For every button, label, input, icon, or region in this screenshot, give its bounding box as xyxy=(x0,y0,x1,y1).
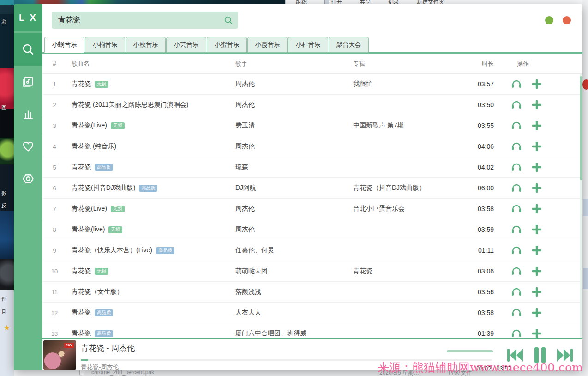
headphone-icon xyxy=(511,224,522,235)
row-index: 8 xyxy=(42,226,66,233)
listen-button[interactable] xyxy=(510,120,522,132)
song-name: 青花瓷(抖音DJ戏曲版) xyxy=(72,184,135,192)
table-row[interactable]: 4 青花瓷 (纯音乐) 周杰伦 04:06 xyxy=(42,136,582,157)
song-name-cell: 青花瓷(Live) 无损 xyxy=(66,205,235,213)
listen-button[interactable] xyxy=(510,327,522,338)
listen-button[interactable] xyxy=(510,307,522,319)
header-actions: 操作 xyxy=(498,60,582,68)
listen-button[interactable] xyxy=(510,99,522,111)
table-row[interactable]: 13 青花瓷 高品质 厦门六中合唱团、班得威 01:39 xyxy=(42,323,582,338)
song-name: 青花瓷（女生版） xyxy=(72,288,123,296)
table-row[interactable]: 6 青花瓷(抖音DJ戏曲版) 高品质 DJ阿航 青花瓷（抖音DJ戏曲版） 06:… xyxy=(42,178,582,199)
headphone-icon xyxy=(511,141,522,152)
add-button[interactable] xyxy=(531,78,543,90)
add-button[interactable] xyxy=(531,224,543,236)
add-button[interactable] xyxy=(531,182,543,194)
app-logo: L X xyxy=(14,4,42,31)
row-index: 4 xyxy=(42,143,66,150)
song-table-body: 1 青花瓷 无损 周杰伦 我很忙 03:57 2 xyxy=(42,74,582,338)
table-row[interactable]: 11 青花瓷（女生版） 落颜浅浅 03:56 xyxy=(42,282,582,303)
singer-cell: 琉森 xyxy=(235,163,353,171)
tab-3[interactable]: 小秋音乐 xyxy=(126,37,166,53)
now-playing-title: 青花瓷 - 周杰伦 xyxy=(81,343,135,353)
scrollbar-track[interactable] xyxy=(580,74,582,338)
album-cell: 我很忙 xyxy=(353,80,468,88)
song-name: 青花瓷 xyxy=(72,163,91,171)
listen-button[interactable] xyxy=(510,203,522,215)
sidebar-item-settings[interactable] xyxy=(14,163,42,195)
header-album: 专辑 xyxy=(353,60,468,68)
table-row[interactable]: 1 青花瓷 无损 周杰伦 我很忙 03:57 xyxy=(42,74,582,95)
add-button[interactable] xyxy=(531,327,543,338)
table-row[interactable]: 5 青花瓷 高品质 琉森 04:02 xyxy=(42,157,582,178)
headphone-icon xyxy=(511,120,522,131)
search-submit-icon[interactable] xyxy=(223,15,234,25)
tab-1[interactable]: 小蜗音乐 xyxy=(44,37,84,53)
add-button[interactable] xyxy=(531,286,543,298)
listen-button[interactable] xyxy=(510,78,522,90)
search-input[interactable] xyxy=(52,12,238,29)
add-button[interactable] xyxy=(531,140,543,152)
table-row[interactable]: 7 青花瓷(Live) 无损 周杰伦 台北小巨蛋音乐会 03:58 xyxy=(42,199,582,219)
headphone-icon xyxy=(511,245,522,256)
headphone-icon xyxy=(511,307,522,318)
plus-icon xyxy=(531,99,542,110)
headphone-icon xyxy=(511,99,522,110)
lx-music-window: L X xyxy=(14,4,582,370)
desktop-icon-block xyxy=(0,259,14,290)
song-name: 青花瓷(Live) xyxy=(72,205,107,213)
duration-cell: 04:02 xyxy=(468,164,498,171)
add-button[interactable] xyxy=(531,161,543,173)
add-button[interactable] xyxy=(531,203,543,215)
listen-button[interactable] xyxy=(510,161,522,173)
add-button[interactable] xyxy=(531,120,543,132)
album-art[interactable]: JAY xyxy=(43,340,76,370)
row-index: 9 xyxy=(42,247,66,254)
listen-button[interactable] xyxy=(510,224,522,236)
tab-8[interactable]: 聚合大会 xyxy=(329,37,369,53)
table-row[interactable]: 8 青花瓷(live) 无损 周杰伦 03:59 xyxy=(42,219,582,240)
sidebar-item-my-music[interactable] xyxy=(14,66,42,98)
tab-2[interactable]: 小枸音乐 xyxy=(85,37,125,53)
sidebar-item-favorites[interactable] xyxy=(14,130,42,163)
quality-badge: 无损 xyxy=(111,122,125,129)
table-row[interactable]: 12 青花瓷 高品质 人衣大人 03:58 xyxy=(42,303,582,323)
scrollbar-thumb[interactable] xyxy=(580,76,582,180)
close-button[interactable] xyxy=(563,16,571,24)
table-row[interactable]: 2 青花瓷 (2011美丽之路陈思思澳门演唱会) 周杰伦 03:50 xyxy=(42,95,582,115)
sidebar-item-search[interactable] xyxy=(14,33,42,66)
desktop-right-strip xyxy=(582,0,588,376)
listen-button[interactable] xyxy=(510,140,522,152)
minimize-button[interactable] xyxy=(545,16,553,24)
singer-cell: 周杰伦 xyxy=(235,205,353,213)
row-actions xyxy=(498,99,582,111)
plus-icon xyxy=(531,120,542,131)
listen-button[interactable] xyxy=(510,286,522,298)
singer-cell: 人衣大人 xyxy=(235,309,353,317)
add-button[interactable] xyxy=(531,265,543,277)
add-button[interactable] xyxy=(531,307,543,319)
now-playing-subtitle: 青花瓷-周杰伦 xyxy=(81,363,119,371)
tab-5[interactable]: 小蜜音乐 xyxy=(207,37,247,53)
duration-cell: 03:55 xyxy=(468,122,498,129)
quality-badge: 高品质 xyxy=(95,309,113,316)
listen-button[interactable] xyxy=(510,265,522,277)
row-index: 1 xyxy=(42,81,66,88)
listen-button[interactable] xyxy=(510,244,522,256)
tab-6[interactable]: 小霞音乐 xyxy=(247,37,288,53)
volume-slider[interactable] xyxy=(447,350,493,352)
tab-4[interactable]: 小芸音乐 xyxy=(166,37,206,53)
table-row[interactable]: 3 青花瓷(Live) 无损 费玉清 中国新歌声 第7期 03:55 xyxy=(42,115,582,136)
sidebar-item-leaderboard[interactable] xyxy=(14,98,42,130)
tab-7[interactable]: 小杜音乐 xyxy=(288,37,328,53)
headphone-icon xyxy=(511,79,522,90)
row-actions xyxy=(498,265,582,277)
add-button[interactable] xyxy=(531,244,543,256)
table-row[interactable]: 10 青花瓷 无损 萌萌哒天团 青花瓷 03:06 xyxy=(42,261,582,282)
headphone-icon xyxy=(511,182,522,194)
add-button[interactable] xyxy=(531,99,543,111)
song-name-cell: 青花瓷（快乐大本营）(Live) 高品质 xyxy=(66,246,235,255)
album-art-label: JAY xyxy=(64,343,74,348)
listen-button[interactable] xyxy=(510,182,522,194)
table-row[interactable]: 9 青花瓷（快乐大本营）(Live) 高品质 任嘉伦、何炅 01:11 xyxy=(42,240,582,261)
